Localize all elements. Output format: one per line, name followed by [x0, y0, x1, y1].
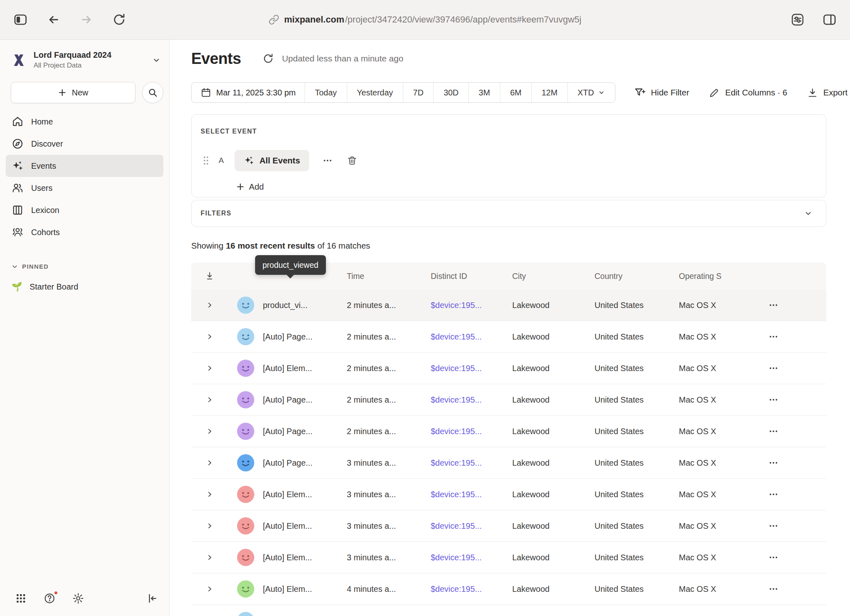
export-button[interactable]: Export — [807, 87, 848, 98]
date-range-button[interactable]: 12M — [531, 83, 567, 102]
expand-filters-button[interactable] — [801, 206, 815, 220]
table-row[interactable]: [Auto] Page... 2 minutes a... $device:19… — [191, 321, 826, 353]
expand-row-button[interactable] — [204, 300, 215, 310]
sidebar-item-events[interactable]: Events — [6, 155, 163, 177]
ellipsis-icon — [768, 521, 779, 531]
pinned-section-toggle[interactable]: PINNED — [0, 263, 169, 270]
event-selector-chip[interactable]: All Events — [235, 150, 309, 171]
date-picker-button[interactable]: Mar 11, 2025 3:30 pm — [192, 83, 305, 102]
sliders-icon — [790, 12, 805, 27]
new-button[interactable]: New — [11, 82, 136, 103]
expand-row-button[interactable] — [204, 394, 215, 405]
table-row[interactable]: [Auto] Page... 2 minutes a... $device:19… — [191, 416, 826, 447]
row-menu-button[interactable] — [766, 424, 781, 439]
date-range-button[interactable]: Yesterday — [347, 83, 403, 102]
sidebar-item-users[interactable]: Users — [6, 177, 163, 199]
header-country: Country — [595, 272, 679, 281]
table-row[interactable]: [Auto] Elem... 3 minutes a... $device:19… — [191, 479, 826, 510]
sidebar-item-cohorts[interactable]: Cohorts — [6, 221, 163, 243]
event-row-menu-button[interactable] — [320, 153, 335, 168]
table-row[interactable]: [Auto] Elem... 3 minutes a... $device:19… — [191, 510, 826, 542]
collapse-panel-button[interactable] — [801, 125, 815, 138]
collapse-all-rows-button[interactable] — [202, 269, 217, 283]
sidebar-item-label: Cohorts — [31, 228, 60, 237]
browser-settings-button[interactable] — [788, 10, 807, 29]
table-row[interactable]: [Auto] Elem... 2 minutes a... $device:19… — [191, 353, 826, 384]
date-range-button[interactable]: 6M — [500, 83, 531, 102]
expand-row-button[interactable] — [204, 521, 215, 531]
row-menu-button[interactable] — [766, 297, 781, 313]
refresh-button[interactable] — [260, 50, 276, 67]
row-menu-button[interactable] — [766, 392, 781, 408]
table-row[interactable]: product_vi... 2 minutes a... $device:195… — [191, 290, 826, 321]
row-menu-button[interactable] — [766, 581, 781, 597]
ellipsis-icon — [768, 489, 779, 500]
cell-distinct-id[interactable]: $device:195... — [431, 553, 512, 562]
expand-row-button[interactable] — [204, 552, 215, 563]
sidebar-item-lexicon[interactable]: Lexicon — [6, 199, 163, 221]
date-range-button[interactable]: 7D — [403, 83, 434, 102]
cell-distinct-id[interactable]: $device:195... — [431, 490, 512, 499]
cell-distinct-id[interactable]: $device:195... — [431, 332, 512, 342]
expand-row-button[interactable] — [204, 331, 215, 342]
date-range-button[interactable]: 30D — [433, 83, 468, 102]
table-row[interactable]: [Auto] Elem... 3 minutes a... $device:19… — [191, 542, 826, 573]
row-menu-button[interactable] — [766, 487, 781, 502]
table-row[interactable]: [Auto] Elem... 4 minutes a... $device:19… — [191, 573, 826, 605]
url-bar[interactable]: mixpanel.com /project/3472420/view/39746… — [269, 14, 581, 25]
back-button[interactable] — [44, 10, 63, 29]
apps-grid-button[interactable] — [12, 590, 29, 607]
cell-distinct-id[interactable]: $device:195... — [431, 395, 512, 405]
cell-event: [Auto] Page... — [263, 332, 347, 342]
split-view-button[interactable] — [820, 10, 839, 29]
cell-distinct-id[interactable]: $device:195... — [431, 521, 512, 531]
forward-button[interactable] — [77, 10, 96, 29]
row-menu-button[interactable] — [766, 329, 781, 344]
cell-distinct-id[interactable]: $device:195... — [431, 301, 512, 310]
hide-filter-button[interactable]: Hide Filter — [634, 87, 689, 98]
settings-button[interactable] — [70, 590, 87, 607]
expand-row-button[interactable] — [204, 363, 215, 374]
expand-row-button[interactable] — [204, 426, 215, 437]
search-button[interactable] — [142, 82, 163, 103]
add-event-button[interactable]: Add — [236, 182, 264, 192]
date-range-button[interactable]: 3M — [468, 83, 500, 102]
screen: mixpanel.com /project/3472420/view/39746… — [0, 0, 850, 616]
collapse-sidebar-button[interactable] — [144, 590, 161, 607]
expand-row-button[interactable] — [204, 584, 215, 594]
row-menu-button[interactable] — [766, 360, 781, 376]
drag-handle-icon[interactable] — [201, 154, 211, 168]
edit-columns-button[interactable]: Edit Columns · 6 — [709, 87, 787, 98]
cell-distinct-id[interactable]: $device:195... — [431, 458, 512, 468]
reload-button[interactable] — [110, 10, 129, 29]
row-menu-button[interactable] — [766, 518, 781, 534]
cell-time: 3 minutes a... — [347, 490, 431, 499]
sidebar-item-home[interactable]: Home — [6, 111, 163, 133]
date-range-control: Mar 11, 2025 3:30 pm Today Yesterday 7D … — [191, 82, 615, 103]
xtd-button[interactable]: XTD — [567, 83, 615, 102]
row-menu-button[interactable] — [766, 455, 781, 471]
date-range-button[interactable]: Today — [305, 83, 346, 102]
delete-event-button[interactable] — [344, 153, 360, 168]
sidebar-item-discover[interactable]: Discover — [6, 133, 163, 155]
cell-distinct-id[interactable]: $device:195... — [431, 364, 512, 373]
cell-os: Mac OS X — [679, 364, 761, 373]
cell-distinct-id[interactable]: $device:195... — [431, 584, 512, 594]
cell-distinct-id[interactable]: $device:195... — [431, 427, 512, 436]
table-row[interactable]: [Auto] Page... 3 minutes a... $device:19… — [191, 447, 826, 479]
project-switcher[interactable]: Lord Farquaad 2024 All Project Data — [0, 40, 169, 70]
cell-event: [Auto] Page... — [263, 395, 347, 405]
forward-arrow-icon — [79, 13, 93, 27]
expand-row-button[interactable] — [204, 457, 215, 468]
expand-row-button[interactable] — [204, 489, 215, 500]
table-row[interactable] — [191, 605, 826, 616]
event-avatar — [237, 454, 254, 471]
table-row[interactable]: [Auto] Page... 2 minutes a... $device:19… — [191, 384, 826, 416]
sidebar-item-starter-board[interactable]: 🌱 Starter Board — [6, 276, 163, 298]
chevron-right-icon — [206, 396, 213, 403]
row-menu-button[interactable] — [766, 613, 781, 616]
cell-country: United States — [595, 364, 679, 373]
row-menu-button[interactable] — [766, 550, 781, 565]
sidebar-toggle-button[interactable] — [11, 10, 30, 29]
cell-city: Lakewood — [512, 332, 595, 342]
